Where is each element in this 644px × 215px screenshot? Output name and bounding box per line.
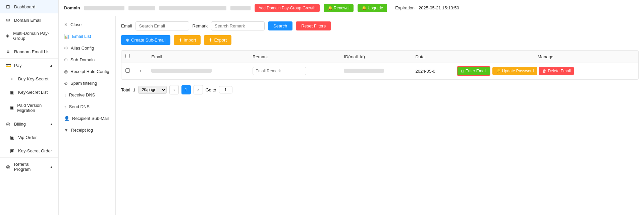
domain-email-icon: ✉ — [5, 17, 11, 23]
expand-row-button[interactable]: › — [138, 68, 143, 74]
import-button[interactable]: ⬆ Import — [174, 35, 201, 45]
sidebar-item-key-secret-list[interactable]: ▣ Key-Secret List — [0, 85, 58, 99]
subdomain-icon: ⊕ — [64, 57, 68, 62]
sidebar-item-billing[interactable]: ◎ Billing ▲ — [0, 117, 58, 131]
renewal-icon: 🔔 — [328, 6, 333, 10]
th-manage: Manage — [453, 51, 638, 63]
buy-key-icon: ○ — [9, 76, 15, 81]
plus-icon: ⊕ — [126, 38, 129, 43]
update-icon: 🔑 — [496, 69, 501, 73]
sidebar-item-vip-order[interactable]: ▣ Vip Order — [0, 131, 58, 144]
action-bar: ⊕ Create Sub-Email ⬆ Import ⬆ Export — [121, 35, 639, 45]
sidebar-item-referral[interactable]: ◎ Referral Program ▲ — [0, 158, 58, 176]
upgrade-button[interactable]: 🔔 Upgrade — [358, 4, 387, 12]
remark-search-input[interactable] — [211, 21, 265, 30]
page-1-button[interactable]: 1 — [181, 85, 191, 94]
td-date: 2024-05-0 — [411, 63, 452, 79]
th-checkbox — [121, 51, 134, 63]
reset-filters-button[interactable]: Reset Filters — [296, 21, 331, 30]
email-search-label: Email — [121, 23, 132, 28]
chevron-down-icon: ▲ — [50, 165, 53, 169]
th-data: Data — [411, 51, 452, 63]
export-icon: ⬆ — [209, 38, 212, 43]
create-sub-email-button[interactable]: ⊕ Create Sub-Email — [121, 35, 170, 45]
enter-email-button[interactable]: ⊡ Enter Email — [457, 66, 490, 76]
add-domain-pay-group-button[interactable]: Add Domain Pay-Group-Growth — [255, 4, 320, 12]
receive-dns-icon: ↓ — [64, 92, 66, 97]
panel-item-send-dns[interactable]: ↑ Send DNS — [59, 101, 115, 113]
panel-item-label: Alias Config — [71, 46, 94, 51]
th-email: Email — [147, 51, 249, 63]
panel-item-label: Spam filtering — [70, 81, 97, 86]
row-checkbox[interactable] — [125, 68, 130, 73]
remark-search-label: Remark — [193, 23, 208, 28]
panel-item-alias-config[interactable]: ⚙ Alias Config — [59, 42, 115, 54]
th-mail-id: ID(mail_id) — [340, 51, 411, 63]
sidebar-item-multi-domain[interactable]: ◈ Multi-Domain Pay-Group — [0, 27, 58, 45]
panel-item-sub-domain[interactable]: ⊕ Sub-Domain — [59, 54, 115, 66]
sidebar-item-label: Multi-Domain Pay-Group — [13, 31, 53, 41]
delete-icon: 🗑 — [542, 69, 546, 73]
send-dns-icon: ↑ — [64, 104, 66, 109]
sidebar-item-label: Random Email List — [14, 49, 51, 54]
domain-value-blurred3 — [159, 6, 226, 10]
key-secret-list-icon: ▣ — [9, 89, 15, 95]
search-button[interactable]: Search — [268, 21, 292, 30]
sidebar-item-label: Dashboard — [14, 4, 36, 9]
goto-label: Go to — [206, 87, 216, 92]
renewal-button[interactable]: 🔔 Renewal — [324, 4, 354, 12]
recipient-icon: 👤 — [64, 116, 69, 121]
td-mail-id — [340, 63, 411, 79]
email-search-input[interactable] — [136, 21, 189, 30]
top-bar: Domain Add Domain Pay-Group-Growth 🔔 Ren… — [59, 0, 644, 16]
delete-email-button[interactable]: 🗑 Delete Email — [539, 67, 574, 75]
date-value: 2024-05-0 — [415, 69, 435, 74]
domain-value-blurred4 — [230, 6, 251, 10]
billing-icon: ◎ — [5, 121, 11, 127]
panel-item-recipient-sub-mail[interactable]: 👤 Recipient Sub-Mail — [59, 113, 115, 124]
page-size-select[interactable]: 20/page 50/page 100/page — [138, 86, 167, 94]
sidebar-item-label: Vip Order — [18, 135, 37, 140]
panel-item-label: Recipient Sub-Mail — [72, 116, 109, 121]
sidebar-item-buy-key-secret[interactable]: ○ Buy Key-Secret — [0, 72, 58, 85]
th-expand — [134, 51, 147, 63]
prev-page-button[interactable]: ‹ — [169, 85, 179, 94]
panel-item-label: Email List — [72, 34, 91, 39]
import-icon: ⬆ — [178, 38, 182, 43]
select-all-checkbox[interactable] — [125, 54, 130, 58]
receipt-log-icon: ▼ — [64, 128, 68, 133]
td-remark — [249, 63, 340, 79]
goto-page-input[interactable] — [219, 86, 232, 93]
gear-icon: ⚙ — [64, 46, 68, 51]
sidebar-item-key-secret-order[interactable]: ▣ Key-Secret Order — [0, 144, 58, 157]
email-value-blurred — [151, 69, 212, 73]
sidebar-item-pay[interactable]: 💳 Pay ▲ — [0, 59, 58, 72]
mail-id-value-blurred — [344, 69, 384, 73]
sidebar-item-label: Billing — [14, 122, 26, 127]
sidebar: ⊞ Dashboard ✉ Domain Email ◈ Multi-Domai… — [0, 0, 59, 215]
total-label: Total — [121, 87, 130, 92]
sidebar-item-paid-version[interactable]: ▣ Paid Version Migration — [0, 99, 58, 117]
panel-item-receipt-log[interactable]: ▼ Receipt log — [59, 124, 115, 136]
export-button[interactable]: ⬆ Export — [204, 35, 231, 45]
panel-item-close[interactable]: ✕ Close — [59, 19, 115, 30]
td-checkbox — [121, 63, 134, 79]
referral-icon: ◎ — [5, 164, 11, 169]
sidebar-item-domain-email[interactable]: ✉ Domain Email — [0, 13, 58, 27]
update-password-button[interactable]: 🔑 Update Password — [492, 67, 537, 75]
table-header-row: Email Remark ID(mail_id) Data Manage — [121, 51, 638, 63]
sidebar-item-dashboard[interactable]: ⊞ Dashboard — [0, 0, 58, 13]
panel-item-spam-filtering[interactable]: ⊘ Spam filtering — [59, 77, 115, 89]
sidebar-item-label: Domain Email — [14, 18, 41, 23]
td-manage: ⊡ Enter Email 🔑 Update Password 🗑 — [453, 63, 638, 79]
next-page-button[interactable]: › — [194, 85, 203, 94]
multi-domain-icon: ◈ — [5, 33, 10, 39]
enter-icon: ⊡ — [461, 69, 464, 73]
panel-item-email-list[interactable]: 📊 Email List — [59, 30, 115, 42]
sidebar-item-random-email[interactable]: ≡ Random Email List — [0, 45, 58, 58]
panel-item-receipt-rule[interactable]: ◎ Receipt Rule Config — [59, 66, 115, 77]
expiration-value: 2025-05-21 15:13:50 — [419, 5, 459, 10]
remark-input[interactable] — [253, 67, 306, 75]
content-wrapper: ✕ Close 📊 Email List ⚙ Alias Config ⊕ Su… — [59, 16, 644, 215]
panel-item-receive-dns[interactable]: ↓ Receive DNS — [59, 89, 115, 101]
